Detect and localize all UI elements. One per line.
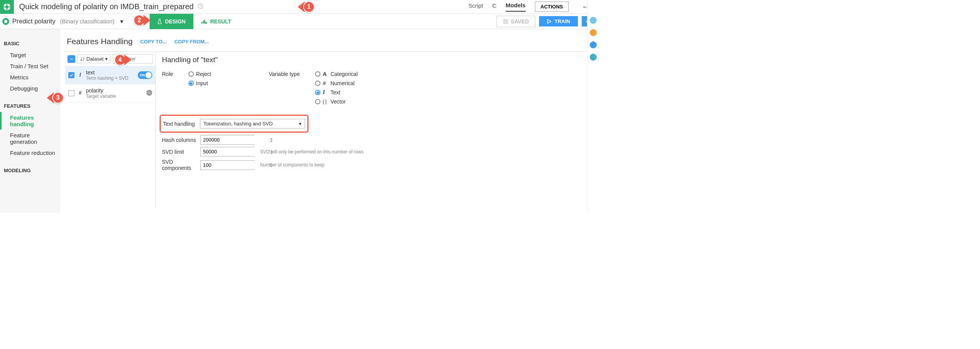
sidebar-item-metrics[interactable]: Metrics bbox=[0, 72, 59, 83]
filter-box bbox=[113, 54, 153, 64]
param-help: SVD will only be performed on this numbe… bbox=[260, 149, 363, 155]
nav-charts[interactable]: C bbox=[492, 2, 497, 11]
vartype-glyph: I bbox=[323, 89, 328, 95]
radio-icon bbox=[315, 81, 320, 86]
sidebar-item-target[interactable]: Target bbox=[0, 49, 59, 61]
rail-chat-icon[interactable] bbox=[590, 41, 597, 48]
sidebar-item-feature-generation[interactable]: Feature generation bbox=[0, 130, 59, 147]
train-button[interactable]: TRAIN bbox=[539, 16, 578, 26]
role-option-input[interactable]: Input bbox=[188, 80, 211, 86]
svg-rect-8 bbox=[203, 21, 204, 23]
model-breadcrumb[interactable]: Predict polarity (Binary classification)… bbox=[0, 18, 124, 25]
main: BASIC Target Train / Test Set Metrics De… bbox=[0, 29, 599, 213]
svg-point-14 bbox=[149, 92, 150, 93]
nav-models[interactable]: Models bbox=[506, 2, 526, 12]
page-title: Quick modeling of polarity on IMDB_train… bbox=[19, 2, 469, 11]
save-icon bbox=[503, 19, 508, 24]
sub-header: Predict polarity (Binary classification)… bbox=[0, 14, 599, 29]
svg-rect-4 bbox=[3, 6, 5, 7]
search-icon bbox=[113, 56, 122, 62]
feature-toggle[interactable]: ON bbox=[138, 71, 152, 79]
sidebar-item-debugging[interactable]: Debugging bbox=[0, 83, 59, 94]
toggle-knob bbox=[145, 72, 152, 78]
content-area: Features Handling COPY TO... COPY FROM..… bbox=[60, 29, 599, 213]
filter-input[interactable] bbox=[122, 54, 153, 63]
svd-limit-field[interactable] bbox=[201, 147, 270, 156]
param-row-svd-components: SVD components ▲▼ Number of components t… bbox=[162, 159, 587, 171]
tab-result[interactable]: RESULT bbox=[193, 14, 239, 29]
text-handling-select[interactable]: Tokenization, hashing and SVD ▾ bbox=[200, 119, 305, 128]
chevron-down-icon[interactable]: ▼ bbox=[270, 140, 273, 143]
vartype-option-label: Numerical bbox=[330, 80, 355, 86]
right-rail bbox=[587, 0, 599, 213]
svg-point-11 bbox=[116, 56, 119, 59]
feature-row-polarity[interactable]: # polarity Target variable bbox=[65, 84, 155, 102]
vartype-option-vector[interactable]: [ ] Vector bbox=[315, 99, 358, 105]
hash-columns-field[interactable] bbox=[201, 135, 270, 144]
feature-type-glyph: I bbox=[78, 72, 83, 78]
vartype-options: A Categorical # Numerical I bbox=[315, 71, 358, 105]
role-options: Reject Input bbox=[188, 71, 211, 105]
select-all-toggle[interactable]: − bbox=[68, 55, 75, 63]
tab-design-label: DESIGN bbox=[165, 18, 186, 25]
chevron-up-icon[interactable]: ▲ bbox=[270, 137, 273, 140]
svd-components-field[interactable] bbox=[201, 161, 270, 170]
param-label: Hash columns bbox=[162, 137, 200, 143]
vartype-option-label: Text bbox=[330, 89, 340, 95]
vartype-option-label: Vector bbox=[330, 99, 346, 105]
sidebar-item-features-handling[interactable]: Features handling bbox=[0, 112, 59, 130]
target-icon bbox=[146, 90, 152, 97]
nav-script[interactable]: Script bbox=[469, 2, 483, 11]
radio-icon bbox=[188, 81, 194, 86]
train-label: TRAIN bbox=[554, 18, 570, 24]
model-name: Predict polarity bbox=[12, 18, 55, 25]
sort-dropdown[interactable]: Dataset ▾ bbox=[78, 54, 111, 63]
content-header: Features Handling COPY TO... COPY FROM..… bbox=[65, 35, 593, 51]
rail-add-icon[interactable] bbox=[590, 17, 597, 24]
design-result-tabs: DESIGN RESULT bbox=[150, 14, 239, 29]
caret-down-icon: ▾ bbox=[299, 121, 302, 127]
copy-from-link[interactable]: COPY FROM... bbox=[174, 39, 208, 44]
copy-to-link[interactable]: COPY TO... bbox=[140, 39, 167, 44]
vartype-option-numerical[interactable]: # Numerical bbox=[315, 80, 358, 86]
svd-limit-input: ▲▼ bbox=[200, 147, 255, 156]
top-bar: Quick modeling of polarity on IMDB_train… bbox=[0, 0, 599, 14]
feature-text-block: polarity Target variable bbox=[86, 87, 143, 99]
svg-rect-7 bbox=[201, 21, 203, 23]
vartype-glyph: # bbox=[323, 80, 328, 86]
page-title-text: Quick modeling of polarity on IMDB_train… bbox=[19, 2, 194, 11]
radio-icon bbox=[315, 90, 320, 95]
number-spinner[interactable]: ▲▼ bbox=[270, 137, 273, 143]
top-nav: Script C Models ACTIONS ← bbox=[469, 2, 599, 12]
actions-button[interactable]: ACTIONS bbox=[535, 2, 569, 12]
feature-sub: Term hashing + SVD bbox=[86, 76, 135, 81]
saved-label: SAVED bbox=[511, 18, 529, 25]
caret-down-icon[interactable]: ▼ bbox=[119, 18, 124, 25]
role-option-reject[interactable]: Reject bbox=[188, 71, 211, 77]
text-handling-value: Tokenization, hashing and SVD bbox=[203, 121, 273, 127]
feature-checkbox[interactable] bbox=[68, 72, 74, 78]
lifebuoy-icon bbox=[3, 3, 11, 11]
vartype-label: Variable type bbox=[269, 71, 300, 105]
text-handling-label: Text handling bbox=[163, 121, 200, 127]
vartype-option-text[interactable]: I Text bbox=[315, 89, 358, 95]
feature-row-text[interactable]: I text Term hashing + SVD ON bbox=[65, 66, 155, 84]
sidebar-item-feature-reduction[interactable]: Feature reduction bbox=[0, 147, 59, 158]
rail-info-icon[interactable] bbox=[590, 29, 597, 36]
svg-rect-2 bbox=[7, 3, 8, 5]
param-help: Number of components to keep bbox=[260, 162, 324, 168]
sidebar-section-features: FEATURES bbox=[0, 101, 59, 112]
sidebar-item-train-test[interactable]: Train / Test Set bbox=[0, 61, 59, 72]
param-row-svd-limit: SVD limit ▲▼ SVD will only be performed … bbox=[162, 147, 587, 156]
vartype-option-categorical[interactable]: A Categorical bbox=[315, 71, 358, 77]
vartype-glyph: A bbox=[323, 71, 328, 77]
saved-indicator: SAVED bbox=[497, 16, 535, 27]
feature-text-block: text Term hashing + SVD bbox=[86, 69, 135, 81]
app-logo[interactable] bbox=[0, 0, 14, 14]
history-icon[interactable] bbox=[198, 2, 204, 11]
tab-design[interactable]: DESIGN bbox=[150, 14, 193, 29]
role-option-label: Reject bbox=[196, 71, 211, 77]
feature-checkbox[interactable] bbox=[68, 90, 74, 96]
content-body: − Dataset ▾ bbox=[65, 51, 593, 207]
rail-clock-icon[interactable] bbox=[590, 54, 597, 61]
